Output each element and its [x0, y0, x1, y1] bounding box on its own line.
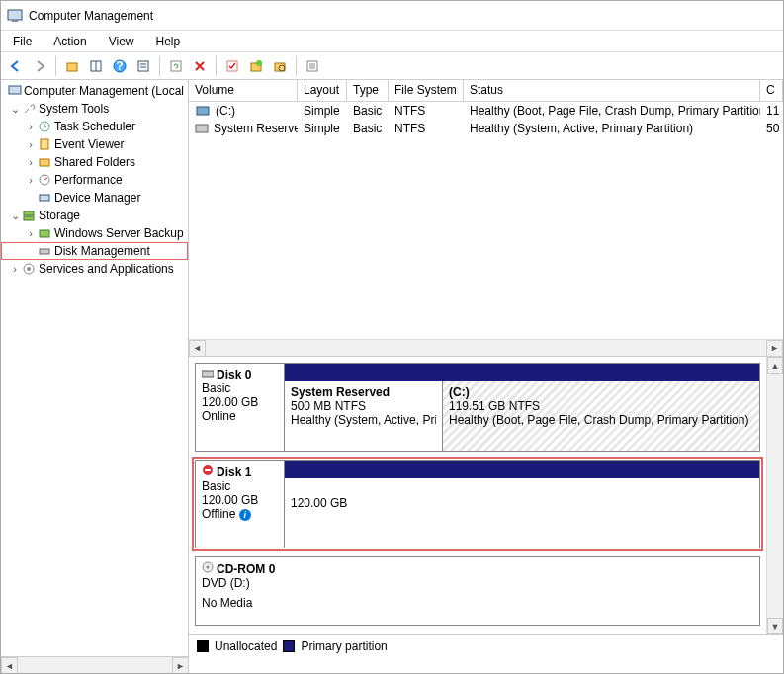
expand-toggle[interactable]: › — [25, 138, 37, 150]
col-c[interactable]: C — [760, 80, 783, 101]
part-status: Healthy (System, Active, Primary Partiti… — [291, 413, 436, 427]
tree-disk-management[interactable]: Disk Management — [54, 244, 150, 258]
volume-row[interactable]: (C:) Simple Basic NTFS Healthy (Boot, Pa… — [189, 102, 783, 120]
svg-rect-7 — [138, 61, 148, 71]
col-layout[interactable]: Layout — [298, 80, 347, 101]
menu-action[interactable]: Action — [45, 33, 94, 50]
tree-system-tools[interactable]: System Tools — [39, 102, 109, 116]
scroll-right-icon[interactable]: ► — [766, 340, 783, 357]
app-icon — [7, 8, 23, 24]
scroll-left-icon[interactable]: ◄ — [189, 340, 206, 357]
nav-tree[interactable]: Computer Management (Local ⌄System Tools… — [1, 80, 189, 656]
disk-state: No Media — [202, 596, 753, 610]
scroll-up-icon[interactable]: ▲ — [767, 357, 783, 374]
disk-graphical-view[interactable]: Disk 0 Basic 120.00 GB Online System Res… — [189, 357, 766, 634]
show-hide-button[interactable] — [85, 55, 107, 77]
tree-task-scheduler[interactable]: Task Scheduler — [54, 120, 135, 133]
scroll-down-icon[interactable]: ▼ — [767, 618, 783, 634]
expand-toggle[interactable]: › — [9, 263, 21, 275]
up-button[interactable] — [61, 55, 83, 77]
scroll-left-icon[interactable]: ◄ — [1, 657, 18, 674]
expand-toggle[interactable]: › — [25, 174, 37, 186]
perf-icon — [37, 172, 52, 188]
toolbar: ? — [1, 52, 783, 80]
svg-rect-33 — [196, 125, 208, 132]
help-button[interactable]: ? — [109, 55, 131, 77]
vol-status: Healthy (Boot, Page File, Crash Dump, Pr… — [464, 104, 760, 118]
partition[interactable]: (C:) 119.51 GB NTFS Healthy (Boot, Page … — [443, 381, 759, 451]
tree-backup[interactable]: Windows Server Backup — [54, 226, 184, 240]
checkbox-button[interactable] — [221, 55, 243, 77]
disk-size: 120.00 GB — [202, 395, 278, 409]
col-fs[interactable]: File System — [389, 80, 464, 101]
part-name: System Reserved — [291, 385, 436, 399]
svg-rect-27 — [24, 216, 34, 220]
scroll-right-icon[interactable]: ► — [172, 657, 189, 674]
disk-row[interactable]: CD-ROM 0 DVD (D:) No Media — [195, 556, 760, 626]
tree-performance[interactable]: Performance — [54, 173, 123, 187]
menu-file[interactable]: File — [5, 33, 40, 50]
svg-rect-29 — [40, 249, 49, 254]
tree-root[interactable]: Computer Management (Local — [24, 84, 184, 98]
disk-row[interactable]: Disk 0 Basic 120.00 GB Online System Res… — [195, 363, 760, 452]
disk-icon — [202, 368, 214, 381]
tree-storage[interactable]: Storage — [39, 209, 80, 222]
legend-unallocated: Unallocated — [215, 639, 277, 653]
disk-info: CD-ROM 0 DVD (D:) No Media — [196, 557, 759, 625]
h-scrollbar[interactable]: ◄► — [189, 339, 783, 356]
menu-help[interactable]: Help — [148, 33, 189, 50]
expand-toggle[interactable]: › — [25, 121, 37, 132]
menu-view[interactable]: View — [101, 33, 142, 50]
volume-row[interactable]: System Reserved Simple Basic NTFS Health… — [189, 120, 783, 137]
col-volume[interactable]: Volume — [189, 80, 298, 101]
disk-offline-icon — [202, 464, 214, 479]
expand-toggle[interactable]: › — [25, 227, 37, 239]
volume-list[interactable]: Volume Layout Type File System Status C … — [189, 80, 783, 357]
vol-fs: NTFS — [389, 122, 464, 135]
tree-shared-folders[interactable]: Shared Folders — [54, 155, 135, 169]
info-icon[interactable]: i — [239, 509, 251, 521]
partition[interactable]: 120.00 GB — [285, 478, 759, 548]
svg-rect-10 — [171, 61, 181, 71]
disk-row[interactable]: Disk 1 Basic 120.00 GB Offline i 120.00 … — [195, 460, 760, 548]
expand-toggle[interactable]: ⌄ — [9, 103, 21, 116]
part-name: (C:) — [449, 385, 753, 399]
explore-button[interactable] — [269, 55, 291, 77]
svg-rect-28 — [40, 230, 49, 237]
svg-rect-23 — [40, 159, 49, 166]
new-button[interactable] — [245, 55, 267, 77]
col-type[interactable]: Type — [347, 80, 389, 101]
volume-icon — [195, 103, 211, 119]
expand-toggle[interactable]: › — [25, 156, 37, 168]
back-button[interactable] — [5, 55, 27, 77]
partition[interactable]: System Reserved 500 MB NTFS Healthy (Sys… — [285, 381, 443, 451]
tree-device-manager[interactable]: Device Manager — [54, 191, 140, 205]
svg-point-13 — [256, 60, 262, 66]
disk-info: Disk 0 Basic 120.00 GB Online — [196, 364, 285, 451]
vol-type: Basic — [347, 122, 389, 135]
menu-bar: File Action View Help — [1, 31, 783, 52]
event-icon — [37, 136, 52, 152]
vol-layout: Simple — [298, 104, 347, 118]
disk-type: DVD (D:) — [202, 576, 753, 590]
disk-type: Basic — [202, 381, 278, 395]
vol-name: (C:) — [216, 104, 235, 118]
tree-services[interactable]: Services and Applications — [39, 262, 174, 276]
vol-name: System Reserved — [214, 122, 298, 135]
svg-rect-20 — [9, 86, 21, 94]
forward-button[interactable] — [29, 55, 50, 77]
part-size: 120.00 GB — [291, 496, 753, 510]
refresh-button[interactable] — [165, 55, 187, 77]
volume-header[interactable]: Volume Layout Type File System Status C — [189, 80, 783, 102]
properties-button[interactable] — [132, 55, 154, 77]
col-status[interactable]: Status — [464, 80, 760, 101]
clock-icon — [37, 119, 52, 134]
disk-icon — [37, 243, 52, 259]
list-button[interactable] — [302, 55, 323, 77]
expand-toggle[interactable]: ⌄ — [9, 210, 21, 222]
svg-rect-36 — [205, 469, 211, 471]
v-scrollbar[interactable]: ▲▼ — [766, 357, 783, 634]
delete-button[interactable] — [189, 55, 211, 77]
tree-h-scrollbar[interactable]: ◄► — [1, 656, 189, 673]
tree-event-viewer[interactable]: Event Viewer — [54, 137, 124, 151]
